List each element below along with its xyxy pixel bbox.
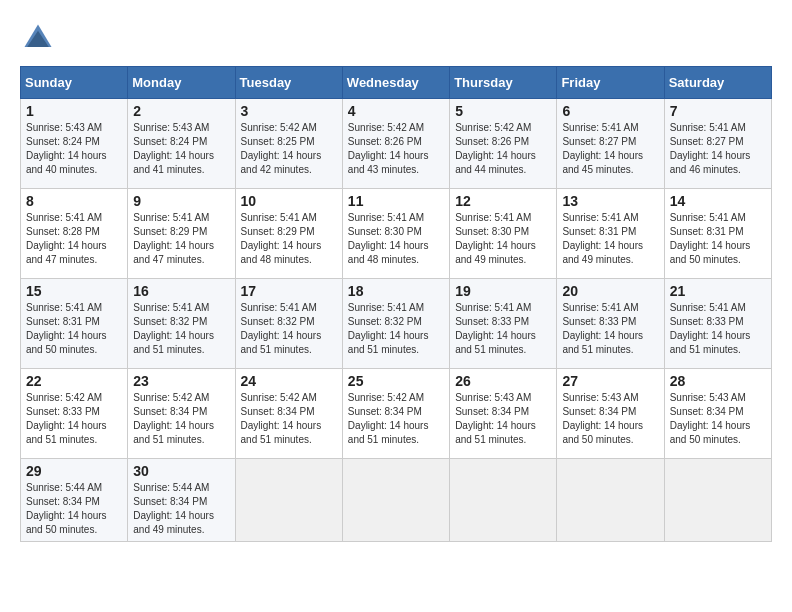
calendar-cell: 11 Sunrise: 5:41 AM Sunset: 8:30 PM Dayl… xyxy=(342,189,449,279)
day-info: Sunrise: 5:43 AM Sunset: 8:34 PM Dayligh… xyxy=(455,391,551,447)
day-number: 25 xyxy=(348,373,444,389)
calendar-cell: 23 Sunrise: 5:42 AM Sunset: 8:34 PM Dayl… xyxy=(128,369,235,459)
day-info: Sunrise: 5:42 AM Sunset: 8:33 PM Dayligh… xyxy=(26,391,122,447)
calendar-cell: 14 Sunrise: 5:41 AM Sunset: 8:31 PM Dayl… xyxy=(664,189,771,279)
day-number: 10 xyxy=(241,193,337,209)
weekday-header-monday: Monday xyxy=(128,67,235,99)
day-number: 3 xyxy=(241,103,337,119)
day-info: Sunrise: 5:41 AM Sunset: 8:32 PM Dayligh… xyxy=(348,301,444,357)
calendar-cell xyxy=(235,459,342,542)
day-number: 2 xyxy=(133,103,229,119)
calendar-cell: 28 Sunrise: 5:43 AM Sunset: 8:34 PM Dayl… xyxy=(664,369,771,459)
day-info: Sunrise: 5:42 AM Sunset: 8:34 PM Dayligh… xyxy=(241,391,337,447)
day-info: Sunrise: 5:41 AM Sunset: 8:30 PM Dayligh… xyxy=(455,211,551,267)
day-info: Sunrise: 5:41 AM Sunset: 8:31 PM Dayligh… xyxy=(26,301,122,357)
day-info: Sunrise: 5:42 AM Sunset: 8:34 PM Dayligh… xyxy=(133,391,229,447)
day-number: 29 xyxy=(26,463,122,479)
calendar-cell xyxy=(557,459,664,542)
weekday-header-sunday: Sunday xyxy=(21,67,128,99)
calendar-cell: 6 Sunrise: 5:41 AM Sunset: 8:27 PM Dayli… xyxy=(557,99,664,189)
calendar-cell: 7 Sunrise: 5:41 AM Sunset: 8:27 PM Dayli… xyxy=(664,99,771,189)
calendar-cell: 9 Sunrise: 5:41 AM Sunset: 8:29 PM Dayli… xyxy=(128,189,235,279)
day-number: 4 xyxy=(348,103,444,119)
day-number: 27 xyxy=(562,373,658,389)
logo xyxy=(20,20,60,56)
day-number: 17 xyxy=(241,283,337,299)
day-info: Sunrise: 5:41 AM Sunset: 8:33 PM Dayligh… xyxy=(455,301,551,357)
calendar-cell: 13 Sunrise: 5:41 AM Sunset: 8:31 PM Dayl… xyxy=(557,189,664,279)
day-number: 18 xyxy=(348,283,444,299)
calendar-cell: 27 Sunrise: 5:43 AM Sunset: 8:34 PM Dayl… xyxy=(557,369,664,459)
calendar-cell xyxy=(664,459,771,542)
weekday-header-thursday: Thursday xyxy=(450,67,557,99)
day-info: Sunrise: 5:41 AM Sunset: 8:33 PM Dayligh… xyxy=(562,301,658,357)
day-info: Sunrise: 5:43 AM Sunset: 8:24 PM Dayligh… xyxy=(26,121,122,177)
calendar-cell xyxy=(342,459,449,542)
day-info: Sunrise: 5:41 AM Sunset: 8:27 PM Dayligh… xyxy=(562,121,658,177)
day-number: 30 xyxy=(133,463,229,479)
calendar-cell: 20 Sunrise: 5:41 AM Sunset: 8:33 PM Dayl… xyxy=(557,279,664,369)
calendar-cell: 4 Sunrise: 5:42 AM Sunset: 8:26 PM Dayli… xyxy=(342,99,449,189)
day-number: 20 xyxy=(562,283,658,299)
calendar-cell: 19 Sunrise: 5:41 AM Sunset: 8:33 PM Dayl… xyxy=(450,279,557,369)
calendar-cell: 3 Sunrise: 5:42 AM Sunset: 8:25 PM Dayli… xyxy=(235,99,342,189)
day-info: Sunrise: 5:43 AM Sunset: 8:34 PM Dayligh… xyxy=(670,391,766,447)
calendar-cell: 18 Sunrise: 5:41 AM Sunset: 8:32 PM Dayl… xyxy=(342,279,449,369)
day-number: 28 xyxy=(670,373,766,389)
day-number: 1 xyxy=(26,103,122,119)
calendar-cell: 5 Sunrise: 5:42 AM Sunset: 8:26 PM Dayli… xyxy=(450,99,557,189)
day-number: 21 xyxy=(670,283,766,299)
day-info: Sunrise: 5:41 AM Sunset: 8:32 PM Dayligh… xyxy=(241,301,337,357)
day-number: 14 xyxy=(670,193,766,209)
day-info: Sunrise: 5:41 AM Sunset: 8:29 PM Dayligh… xyxy=(133,211,229,267)
day-number: 8 xyxy=(26,193,122,209)
calendar-cell: 29 Sunrise: 5:44 AM Sunset: 8:34 PM Dayl… xyxy=(21,459,128,542)
day-number: 5 xyxy=(455,103,551,119)
calendar-cell: 15 Sunrise: 5:41 AM Sunset: 8:31 PM Dayl… xyxy=(21,279,128,369)
day-number: 26 xyxy=(455,373,551,389)
logo-icon xyxy=(20,20,56,56)
day-number: 13 xyxy=(562,193,658,209)
day-info: Sunrise: 5:41 AM Sunset: 8:32 PM Dayligh… xyxy=(133,301,229,357)
day-number: 23 xyxy=(133,373,229,389)
day-info: Sunrise: 5:41 AM Sunset: 8:31 PM Dayligh… xyxy=(670,211,766,267)
calendar-cell: 26 Sunrise: 5:43 AM Sunset: 8:34 PM Dayl… xyxy=(450,369,557,459)
weekday-header-tuesday: Tuesday xyxy=(235,67,342,99)
day-number: 12 xyxy=(455,193,551,209)
day-number: 15 xyxy=(26,283,122,299)
day-number: 22 xyxy=(26,373,122,389)
weekday-header-friday: Friday xyxy=(557,67,664,99)
calendar-cell: 22 Sunrise: 5:42 AM Sunset: 8:33 PM Dayl… xyxy=(21,369,128,459)
calendar-cell: 1 Sunrise: 5:43 AM Sunset: 8:24 PM Dayli… xyxy=(21,99,128,189)
calendar-cell: 25 Sunrise: 5:42 AM Sunset: 8:34 PM Dayl… xyxy=(342,369,449,459)
day-info: Sunrise: 5:43 AM Sunset: 8:24 PM Dayligh… xyxy=(133,121,229,177)
calendar-cell: 8 Sunrise: 5:41 AM Sunset: 8:28 PM Dayli… xyxy=(21,189,128,279)
day-info: Sunrise: 5:41 AM Sunset: 8:31 PM Dayligh… xyxy=(562,211,658,267)
day-info: Sunrise: 5:42 AM Sunset: 8:34 PM Dayligh… xyxy=(348,391,444,447)
day-number: 16 xyxy=(133,283,229,299)
day-info: Sunrise: 5:44 AM Sunset: 8:34 PM Dayligh… xyxy=(26,481,122,537)
page-header xyxy=(20,20,772,56)
weekday-header-saturday: Saturday xyxy=(664,67,771,99)
day-number: 11 xyxy=(348,193,444,209)
day-number: 6 xyxy=(562,103,658,119)
day-info: Sunrise: 5:42 AM Sunset: 8:26 PM Dayligh… xyxy=(348,121,444,177)
day-number: 9 xyxy=(133,193,229,209)
day-info: Sunrise: 5:42 AM Sunset: 8:26 PM Dayligh… xyxy=(455,121,551,177)
calendar-cell xyxy=(450,459,557,542)
day-info: Sunrise: 5:43 AM Sunset: 8:34 PM Dayligh… xyxy=(562,391,658,447)
weekday-header-wednesday: Wednesday xyxy=(342,67,449,99)
calendar-table: SundayMondayTuesdayWednesdayThursdayFrid… xyxy=(20,66,772,542)
calendar-cell: 17 Sunrise: 5:41 AM Sunset: 8:32 PM Dayl… xyxy=(235,279,342,369)
day-info: Sunrise: 5:41 AM Sunset: 8:33 PM Dayligh… xyxy=(670,301,766,357)
day-number: 24 xyxy=(241,373,337,389)
calendar-cell: 24 Sunrise: 5:42 AM Sunset: 8:34 PM Dayl… xyxy=(235,369,342,459)
day-info: Sunrise: 5:42 AM Sunset: 8:25 PM Dayligh… xyxy=(241,121,337,177)
day-number: 7 xyxy=(670,103,766,119)
calendar-cell: 16 Sunrise: 5:41 AM Sunset: 8:32 PM Dayl… xyxy=(128,279,235,369)
calendar-cell: 30 Sunrise: 5:44 AM Sunset: 8:34 PM Dayl… xyxy=(128,459,235,542)
day-number: 19 xyxy=(455,283,551,299)
day-info: Sunrise: 5:41 AM Sunset: 8:29 PM Dayligh… xyxy=(241,211,337,267)
day-info: Sunrise: 5:41 AM Sunset: 8:27 PM Dayligh… xyxy=(670,121,766,177)
calendar-cell: 21 Sunrise: 5:41 AM Sunset: 8:33 PM Dayl… xyxy=(664,279,771,369)
